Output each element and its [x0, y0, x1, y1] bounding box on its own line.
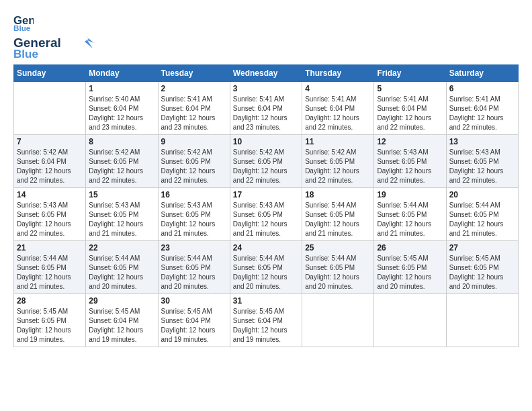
calendar-week-2: 7Sunrise: 5:42 AM Sunset: 6:04 PM Daylig… — [14, 135, 519, 188]
weekday-header-wednesday: Wednesday — [230, 65, 302, 82]
calendar-cell: 17Sunrise: 5:43 AM Sunset: 6:05 PM Dayli… — [230, 188, 302, 241]
day-number: 7 — [17, 137, 83, 146]
calendar-cell: 27Sunrise: 5:45 AM Sunset: 6:05 PM Dayli… — [446, 241, 518, 294]
calendar-cell: 31Sunrise: 5:45 AM Sunset: 6:04 PM Dayli… — [230, 294, 302, 347]
day-info: Sunrise: 5:43 AM Sunset: 6:05 PM Dayligh… — [449, 148, 515, 185]
day-info: Sunrise: 5:45 AM Sunset: 6:05 PM Dayligh… — [449, 254, 515, 291]
calendar-week-5: 28Sunrise: 5:45 AM Sunset: 6:05 PM Dayli… — [14, 294, 519, 347]
weekday-header-friday: Friday — [374, 65, 446, 82]
day-info: Sunrise: 5:43 AM Sunset: 6:05 PM Dayligh… — [161, 201, 227, 238]
header: General Blue General Blue — [13, 12, 519, 59]
calendar-cell: 28Sunrise: 5:45 AM Sunset: 6:05 PM Dayli… — [14, 294, 86, 347]
day-number: 8 — [89, 137, 154, 146]
calendar-cell: 2Sunrise: 5:41 AM Sunset: 6:04 PM Daylig… — [158, 82, 230, 135]
day-number: 11 — [305, 137, 371, 146]
day-info: Sunrise: 5:41 AM Sunset: 6:04 PM Dayligh… — [377, 95, 443, 132]
calendar-cell: 20Sunrise: 5:44 AM Sunset: 6:05 PM Dayli… — [446, 188, 518, 241]
day-info: Sunrise: 5:45 AM Sunset: 6:04 PM Dayligh… — [89, 307, 154, 345]
weekday-header-thursday: Thursday — [302, 65, 374, 82]
day-info: Sunrise: 5:44 AM Sunset: 6:05 PM Dayligh… — [233, 254, 299, 291]
calendar-cell: 16Sunrise: 5:43 AM Sunset: 6:05 PM Dayli… — [158, 188, 230, 241]
day-number: 3 — [233, 84, 299, 93]
svg-text:Blue: Blue — [13, 24, 31, 32]
logo-full-icon: General Blue — [13, 34, 94, 59]
calendar-cell — [14, 82, 86, 135]
calendar-cell: 23Sunrise: 5:44 AM Sunset: 6:05 PM Dayli… — [158, 241, 230, 294]
day-number: 10 — [233, 137, 299, 146]
logo: General Blue General Blue — [13, 12, 94, 59]
day-info: Sunrise: 5:41 AM Sunset: 6:04 PM Dayligh… — [305, 95, 371, 132]
day-info: Sunrise: 5:41 AM Sunset: 6:04 PM Dayligh… — [233, 95, 299, 132]
day-number: 23 — [161, 243, 227, 253]
calendar-cell: 24Sunrise: 5:44 AM Sunset: 6:05 PM Dayli… — [230, 241, 302, 294]
day-info: Sunrise: 5:44 AM Sunset: 6:05 PM Dayligh… — [161, 254, 227, 291]
day-info: Sunrise: 5:42 AM Sunset: 6:04 PM Dayligh… — [17, 148, 83, 185]
day-info: Sunrise: 5:43 AM Sunset: 6:05 PM Dayligh… — [17, 201, 83, 238]
calendar-cell: 3Sunrise: 5:41 AM Sunset: 6:04 PM Daylig… — [230, 82, 302, 135]
day-number: 12 — [377, 137, 443, 146]
day-number: 6 — [449, 84, 515, 93]
calendar-cell: 1Sunrise: 5:40 AM Sunset: 6:04 PM Daylig… — [86, 82, 158, 135]
calendar-cell — [374, 294, 446, 347]
weekday-header-row: SundayMondayTuesdayWednesdayThursdayFrid… — [14, 65, 519, 82]
day-number: 22 — [89, 243, 154, 253]
calendar-cell: 18Sunrise: 5:44 AM Sunset: 6:05 PM Dayli… — [302, 188, 374, 241]
day-number: 4 — [305, 84, 371, 93]
calendar-cell: 26Sunrise: 5:45 AM Sunset: 6:05 PM Dayli… — [374, 241, 446, 294]
page: General Blue General Blue SundayMondayTu… — [0, 0, 532, 354]
day-number: 9 — [161, 137, 227, 146]
calendar-cell: 22Sunrise: 5:44 AM Sunset: 6:05 PM Dayli… — [86, 241, 158, 294]
day-info: Sunrise: 5:42 AM Sunset: 6:05 PM Dayligh… — [305, 148, 371, 185]
day-number: 19 — [377, 190, 443, 199]
day-info: Sunrise: 5:43 AM Sunset: 6:05 PM Dayligh… — [377, 148, 443, 185]
calendar-cell: 12Sunrise: 5:43 AM Sunset: 6:05 PM Dayli… — [374, 135, 446, 188]
day-number: 25 — [305, 243, 371, 253]
calendar-cell: 25Sunrise: 5:44 AM Sunset: 6:05 PM Dayli… — [302, 241, 374, 294]
day-number: 13 — [449, 137, 515, 146]
calendar-cell: 8Sunrise: 5:42 AM Sunset: 6:05 PM Daylig… — [86, 135, 158, 188]
weekday-header-tuesday: Tuesday — [158, 65, 230, 82]
weekday-header-saturday: Saturday — [446, 65, 518, 82]
calendar-cell: 15Sunrise: 5:43 AM Sunset: 6:05 PM Dayli… — [86, 188, 158, 241]
calendar-cell: 7Sunrise: 5:42 AM Sunset: 6:04 PM Daylig… — [14, 135, 86, 188]
day-number: 29 — [89, 296, 154, 306]
day-number: 30 — [161, 296, 227, 306]
day-info: Sunrise: 5:44 AM Sunset: 6:05 PM Dayligh… — [377, 201, 443, 238]
day-info: Sunrise: 5:45 AM Sunset: 6:04 PM Dayligh… — [233, 307, 299, 345]
day-info: Sunrise: 5:41 AM Sunset: 6:04 PM Dayligh… — [449, 95, 515, 132]
day-info: Sunrise: 5:43 AM Sunset: 6:05 PM Dayligh… — [89, 201, 154, 238]
day-number: 17 — [233, 190, 299, 199]
day-info: Sunrise: 5:41 AM Sunset: 6:04 PM Dayligh… — [161, 95, 227, 132]
calendar-week-1: 1Sunrise: 5:40 AM Sunset: 6:04 PM Daylig… — [14, 82, 519, 135]
day-info: Sunrise: 5:44 AM Sunset: 6:05 PM Dayligh… — [449, 201, 515, 238]
calendar-cell: 30Sunrise: 5:45 AM Sunset: 6:04 PM Dayli… — [158, 294, 230, 347]
logo-icon: General Blue — [13, 12, 34, 32]
day-info: Sunrise: 5:42 AM Sunset: 6:05 PM Dayligh… — [233, 148, 299, 185]
day-number: 24 — [233, 243, 299, 253]
calendar-cell — [302, 294, 374, 347]
day-info: Sunrise: 5:44 AM Sunset: 6:05 PM Dayligh… — [305, 254, 371, 291]
day-number: 20 — [449, 190, 515, 199]
day-number: 31 — [233, 296, 299, 306]
calendar-cell: 11Sunrise: 5:42 AM Sunset: 6:05 PM Dayli… — [302, 135, 374, 188]
svg-text:Blue: Blue — [13, 48, 38, 59]
calendar-week-4: 21Sunrise: 5:44 AM Sunset: 6:05 PM Dayli… — [14, 241, 519, 294]
day-number: 15 — [89, 190, 154, 199]
calendar-cell: 5Sunrise: 5:41 AM Sunset: 6:04 PM Daylig… — [374, 82, 446, 135]
day-info: Sunrise: 5:44 AM Sunset: 6:05 PM Dayligh… — [305, 201, 371, 238]
weekday-header-sunday: Sunday — [14, 65, 86, 82]
calendar-cell: 9Sunrise: 5:42 AM Sunset: 6:05 PM Daylig… — [158, 135, 230, 188]
calendar-cell: 19Sunrise: 5:44 AM Sunset: 6:05 PM Dayli… — [374, 188, 446, 241]
day-info: Sunrise: 5:45 AM Sunset: 6:05 PM Dayligh… — [377, 254, 443, 291]
day-info: Sunrise: 5:45 AM Sunset: 6:05 PM Dayligh… — [17, 307, 83, 345]
day-number: 21 — [17, 243, 83, 253]
day-info: Sunrise: 5:43 AM Sunset: 6:05 PM Dayligh… — [233, 201, 299, 238]
day-info: Sunrise: 5:45 AM Sunset: 6:04 PM Dayligh… — [161, 307, 227, 345]
calendar-cell: 13Sunrise: 5:43 AM Sunset: 6:05 PM Dayli… — [446, 135, 518, 188]
day-number: 18 — [305, 190, 371, 199]
day-info: Sunrise: 5:42 AM Sunset: 6:05 PM Dayligh… — [161, 148, 227, 185]
calendar-week-3: 14Sunrise: 5:43 AM Sunset: 6:05 PM Dayli… — [14, 188, 519, 241]
calendar-cell: 4Sunrise: 5:41 AM Sunset: 6:04 PM Daylig… — [302, 82, 374, 135]
svg-marker-5 — [85, 36, 94, 48]
calendar-cell: 6Sunrise: 5:41 AM Sunset: 6:04 PM Daylig… — [446, 82, 518, 135]
